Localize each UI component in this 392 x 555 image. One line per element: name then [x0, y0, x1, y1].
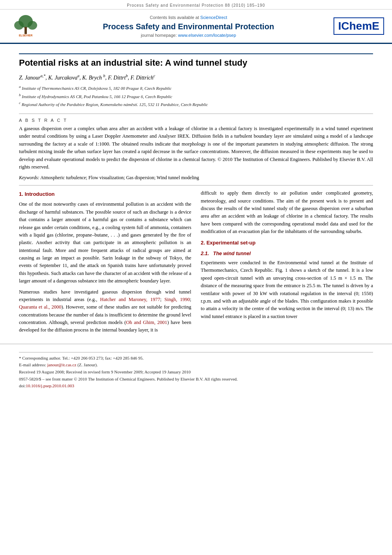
svg-rect-3 [24, 27, 27, 34]
abstract-section: A B S T R A C T A gaseous dispersion ove… [19, 118, 373, 181]
elsevier-logo-area: ELSEVIER [8, 14, 43, 38]
footnote-email: E-mail address: janour@it.cas.cz (Z. Jan… [19, 362, 373, 369]
footer-divider [19, 352, 373, 352]
ref-singh[interactable]: Singh, 1990 [164, 297, 190, 302]
elsevier-tree-icon: ELSEVIER [12, 14, 40, 38]
page: Process Safety and Environmental Protect… [0, 0, 392, 555]
journal-header: ELSEVIER Contents lists available at Sci… [0, 9, 392, 44]
divider-thin-1 [19, 114, 373, 114]
homepage-link[interactable]: www.elsevier.com/locate/psep [178, 33, 236, 38]
footnote-copyright: 0957-5820/$ – see front matter © 2010 Th… [19, 376, 373, 383]
section1-para2: Numerous studies have investigated gaseo… [19, 288, 191, 334]
ichem-logo: IChemE [334, 17, 384, 35]
subsection2-1-title: 2.1. The wind tunnel [201, 250, 373, 258]
affiliations: a Institute of Thermomechanics AS CR, Do… [19, 84, 373, 108]
keywords-values: Atmospheric turbulence; Flow visualizati… [40, 175, 199, 180]
article-title: Potential risks at an industrial site: A… [19, 57, 373, 69]
email-link[interactable]: janour@it.cas.cz [47, 362, 76, 367]
ref-oh[interactable]: Oh and Ghim, 2001 [126, 320, 167, 325]
journal-title-heading: Process Safety and Environmental Protect… [48, 22, 329, 31]
affiliation-b: b Institute of Hydrodynamics AS CR, Pod … [19, 92, 373, 100]
top-bar-text: Process Safety and Environmental Protect… [127, 3, 265, 8]
left-column: 1. Introduction One of the most notewort… [19, 189, 191, 337]
affiliation-c: c Regional Authority of the Pardubice Re… [19, 100, 373, 108]
svg-point-1 [14, 21, 24, 30]
footnote-received: Received 19 August 2008; Received in rev… [19, 369, 373, 376]
doi-link[interactable]: 10.1016/j.psep.2010.01.003 [26, 383, 74, 388]
abstract-label: A B S T R A C T [19, 118, 373, 123]
ref-hatcher[interactable]: Hatcher and Maroney, 1977 [100, 297, 160, 302]
keywords-label: Keywords: [19, 175, 40, 180]
journal-center: Contents lists available at ScienceDirec… [48, 15, 329, 38]
journal-top-bar: Process Safety and Environmental Protect… [0, 0, 392, 9]
journal-homepage: journal homepage: www.elsevier.com/locat… [48, 33, 329, 38]
sciencedirect-anchor[interactable]: ScienceDirect [200, 15, 227, 20]
ref-quaranta[interactable]: Quaranta et al., 2000 [19, 304, 61, 310]
section1-title: 1. Introduction [19, 190, 191, 198]
article-body: Potential risks at an industrial site: A… [0, 44, 392, 344]
section2-col2-para1: Experiments were conducted in the Enviro… [201, 259, 373, 320]
svg-point-2 [28, 21, 37, 30]
section2-title: 2. Experimental set-up [201, 239, 373, 247]
sciencedirect-link: Contents lists available at ScienceDirec… [48, 15, 329, 20]
footnote-doi: doi:10.1016/j.psep.2010.01.003 [19, 383, 373, 390]
two-column-content: 1. Introduction One of the most notewort… [19, 189, 373, 337]
divider-thin-2 [19, 185, 373, 186]
svg-text:ELSEVIER: ELSEVIER [19, 34, 33, 37]
keywords: Keywords: Atmospheric turbulence; Flow v… [19, 174, 373, 181]
section1-para1: One of the most noteworthy cases of envi… [19, 201, 191, 285]
footer-notes: * Corresponding author. Tel.: +420 266 0… [0, 344, 392, 390]
authors-line: Z. Janoura,*, K. Jurcakovaa, K. Brych b,… [19, 74, 373, 81]
right-column: difficult to apply them directly to air … [201, 189, 373, 337]
abstract-text: A gaseous dispersion over a complex urba… [19, 125, 373, 171]
divider-thick-top [19, 53, 373, 54]
section1-col2-para1: difficult to apply them directly to air … [201, 189, 373, 235]
footnote-star: * Corresponding author. Tel.: +420 266 0… [19, 355, 373, 362]
affiliation-a: a Institute of Thermomechanics AS CR, Do… [19, 84, 373, 92]
